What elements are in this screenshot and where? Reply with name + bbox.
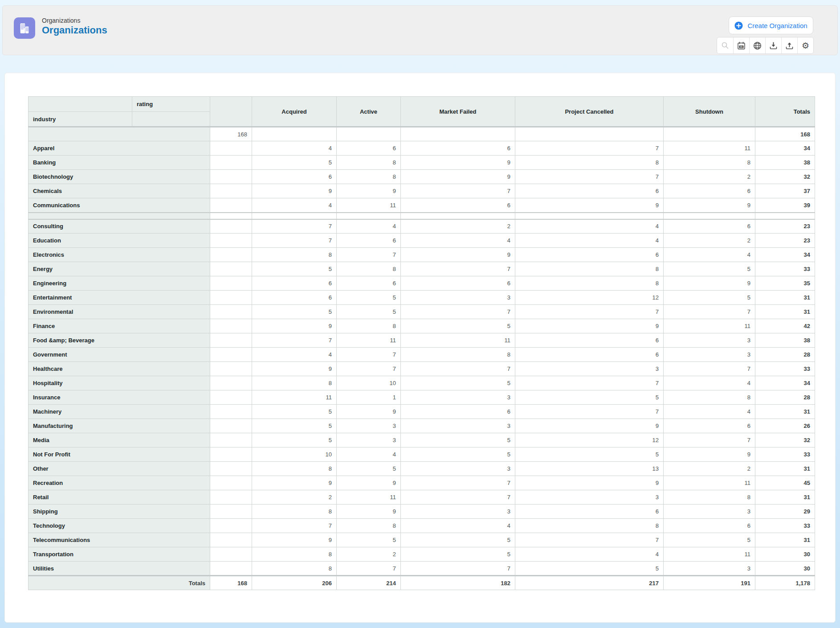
totals-row-label: Totals: [29, 576, 210, 590]
totals-value-cell: 182: [401, 576, 515, 590]
value-cell: 7: [337, 362, 401, 376]
value-cell: 8: [337, 262, 401, 276]
row-label: Banking: [29, 156, 210, 170]
table-row: Manufacturing5339626: [29, 419, 815, 433]
value-cell: 2: [337, 547, 401, 562]
value-cell: 9: [401, 248, 515, 262]
value-cell: 2: [664, 462, 755, 476]
row-total-cell: 31: [755, 490, 815, 505]
row-label: Environmental: [29, 305, 210, 319]
row-count-cell: [210, 490, 252, 505]
value-cell: 5: [337, 305, 401, 319]
row-total-cell: [755, 213, 815, 219]
table-row: Government4786328: [29, 348, 815, 362]
calendar-button[interactable]: 31: [733, 37, 749, 53]
row-label: Recreation: [29, 476, 210, 490]
value-cell: 4: [337, 219, 401, 234]
row-total-cell: 30: [755, 562, 815, 576]
value-cell: 8: [252, 462, 337, 476]
table-row: Chemicals9976637: [29, 184, 815, 198]
value-cell: 9: [337, 505, 401, 519]
value-cell: 7: [401, 362, 515, 376]
column-header-shutdown: Shutdown: [664, 97, 755, 127]
row-count-cell: [210, 319, 252, 333]
row-label: Engineering: [29, 276, 210, 291]
value-cell: 9: [515, 476, 664, 490]
download-button[interactable]: [765, 37, 781, 53]
row-total-cell: 33: [755, 362, 815, 376]
table-row: Utilities8775330: [29, 562, 815, 576]
value-cell: 5: [252, 433, 337, 447]
value-cell: 6: [252, 276, 337, 291]
create-organization-button[interactable]: Create Organization: [729, 16, 813, 34]
value-cell: 3: [515, 362, 664, 376]
value-cell: [252, 127, 337, 141]
row-label: Finance: [29, 319, 210, 333]
value-cell: 7: [515, 376, 664, 390]
row-label: Media: [29, 433, 210, 447]
row-label: Hospitality: [29, 376, 210, 390]
value-cell: 4: [664, 248, 755, 262]
row-total-cell: 168: [755, 127, 815, 141]
value-cell: 4: [664, 405, 755, 419]
value-cell: 9: [337, 184, 401, 198]
title-block: Organizations Organizations: [42, 17, 107, 36]
row-label: Energy: [29, 262, 210, 276]
value-cell: 5: [401, 533, 515, 547]
row-total-cell: 34: [755, 376, 815, 390]
table-row: Technology7848633: [29, 519, 815, 533]
value-cell: 3: [664, 505, 755, 519]
value-cell: 8: [252, 248, 337, 262]
value-cell: 5: [252, 419, 337, 433]
breadcrumb: Organizations: [42, 17, 107, 25]
row-label: Technology: [29, 519, 210, 533]
globe-button[interactable]: [749, 37, 765, 53]
row-total-cell: 34: [755, 248, 815, 262]
value-cell: 5: [401, 433, 515, 447]
value-cell: [337, 213, 401, 219]
search-button[interactable]: [717, 37, 733, 53]
value-cell: 3: [664, 333, 755, 348]
buildings-icon: [18, 22, 31, 34]
totals-value-cell: 217: [515, 576, 664, 590]
row-count-cell: [210, 547, 252, 562]
value-cell: 9: [337, 476, 401, 490]
value-cell: 4: [252, 348, 337, 362]
value-cell: 7: [252, 519, 337, 533]
value-cell: 7: [252, 333, 337, 348]
value-cell: 7: [401, 476, 515, 490]
row-label: Education: [29, 234, 210, 248]
value-cell: 7: [401, 562, 515, 576]
value-cell: 8: [515, 156, 664, 170]
row-count-cell: [210, 291, 252, 305]
search-icon: [721, 41, 729, 49]
table-row: Insurance11135828: [29, 390, 815, 405]
value-cell: 2: [401, 219, 515, 234]
value-cell: 6: [664, 219, 755, 234]
row-count-cell: [210, 333, 252, 348]
column-header-market-failed: Market Failed: [401, 97, 515, 127]
value-cell: 5: [401, 376, 515, 390]
page-header: Organizations Organizations Create Organ…: [2, 5, 838, 55]
settings-button[interactable]: ⚙: [797, 37, 813, 53]
row-total-cell: 33: [755, 447, 815, 462]
value-cell: 7: [515, 170, 664, 184]
row-total-cell: 28: [755, 390, 815, 405]
row-label: Retail: [29, 490, 210, 505]
report-table: rating Acquired Active Market Failed Pro…: [28, 96, 815, 590]
totals-count-cell: 168: [210, 576, 252, 590]
upload-button[interactable]: [781, 37, 797, 53]
table-row: 168168: [29, 127, 815, 141]
value-cell: 8: [401, 348, 515, 362]
value-cell: 3: [401, 419, 515, 433]
value-cell: 11: [401, 333, 515, 348]
value-cell: 1: [337, 390, 401, 405]
value-cell: 3: [337, 433, 401, 447]
value-cell: 9: [515, 419, 664, 433]
row-count-cell: [210, 219, 252, 234]
column-header-project-cancelled: Project Cancelled: [515, 97, 664, 127]
table-row: Hospitality81057434: [29, 376, 815, 390]
report-card: rating Acquired Active Market Failed Pro…: [4, 73, 836, 623]
row-total-cell: 34: [755, 141, 815, 156]
value-cell: 5: [401, 547, 515, 562]
